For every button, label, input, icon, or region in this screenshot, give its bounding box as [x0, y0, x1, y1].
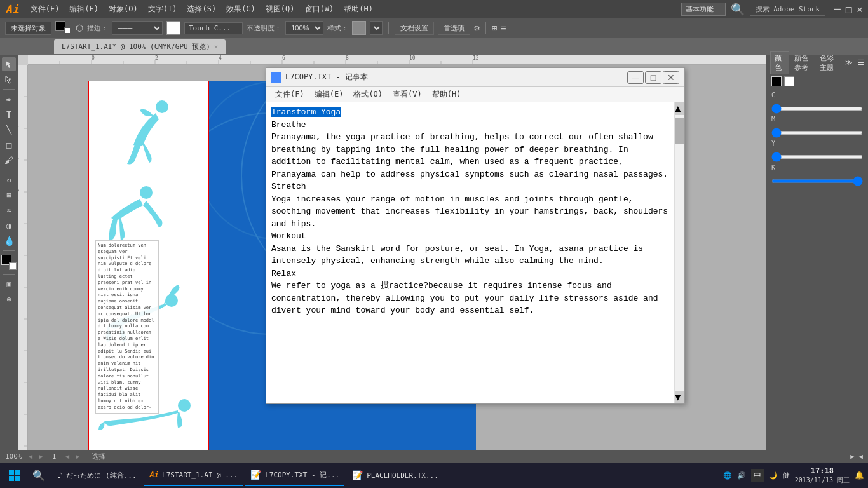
notepad-menu-format[interactable]: 格式(O): [348, 88, 388, 101]
opacity-select[interactable]: 100%: [285, 21, 323, 35]
notepad-menu-file[interactable]: 文件(F): [270, 88, 309, 101]
style-select[interactable]: ▼: [370, 21, 383, 35]
volume-icon: 🔊: [737, 471, 746, 480]
touch-dropdown[interactable]: Touch C...: [184, 22, 243, 34]
notepad-app-icon: [271, 72, 281, 83]
line-tool[interactable]: ╲: [2, 123, 16, 137]
stroke-fill-swatch[interactable]: [55, 21, 72, 35]
taskbar-music-app[interactable]: ♪ だっために (纯音...: [52, 464, 142, 486]
taskbar-placeholder-label: PLACEHOLDER.TX...: [367, 471, 438, 480]
artboard-prev[interactable]: ◀: [65, 452, 69, 461]
black-slider[interactable]: [771, 179, 863, 183]
notepad-content-area[interactable]: Transform Yoga Breathe Pranayama, the yo…: [266, 102, 674, 403]
menu-help[interactable]: 帮助(H): [339, 1, 378, 17]
cmyk-mode-label: C: [771, 92, 863, 98]
fill-swatch[interactable]: [166, 21, 180, 35]
right-panel-options-icon[interactable]: ☰: [858, 58, 864, 67]
zoom-arrow-left[interactable]: ◀: [29, 452, 33, 461]
zoom-arrow-right[interactable]: ▶: [39, 452, 43, 461]
color-ref-tab[interactable]: 颜色参考: [794, 53, 815, 72]
artboard-next[interactable]: ▶: [76, 452, 80, 461]
brush-tool[interactable]: 🖌: [2, 153, 16, 167]
taskbar-search-button[interactable]: 🔍: [28, 464, 50, 486]
rotate-tool[interactable]: ↻: [2, 173, 16, 187]
warp-tool[interactable]: ≈: [2, 203, 16, 217]
menu-text[interactable]: 文字(T): [143, 1, 182, 17]
menu-edit[interactable]: 编辑(E): [64, 1, 104, 17]
yellow-slider[interactable]: [771, 155, 863, 159]
fill-color-swatch-panel[interactable]: [771, 76, 782, 86]
stroke-color-swatch-panel[interactable]: [784, 76, 794, 86]
basic-function-dropdown[interactable]: 基本功能: [681, 3, 726, 16]
direct-selection-tool[interactable]: [2, 72, 16, 86]
list-view-icon[interactable]: ≡: [501, 23, 506, 33]
windows-start-button[interactable]: [4, 464, 25, 486]
svg-text:4: 4: [18, 125, 20, 128]
relax-body: We refer to yoga as a 掼ractice?because i…: [271, 281, 658, 315]
notepad-menu-edit[interactable]: 编辑(E): [309, 88, 349, 101]
menu-effect[interactable]: 效果(C): [221, 1, 261, 17]
zoom-tool[interactable]: ⊕: [2, 292, 16, 306]
svg-rect-42: [9, 470, 14, 475]
notepad-close-button[interactable]: ✕: [663, 71, 679, 84]
screen-mode-normal[interactable]: ▣: [2, 277, 16, 291]
active-tab[interactable]: L7START_1.AI* @ 100% (CMYK/GPU 预览) ×: [54, 39, 226, 54]
menu-window[interactable]: 窗口(W): [300, 1, 339, 17]
menu-object[interactable]: 对象(O): [104, 1, 143, 17]
search-stock-input[interactable]: 搜索 Adobe Stock: [750, 3, 825, 16]
notepad-menubar: 文件(F) 编辑(E) 格式(O) 查看(V) 帮助(H): [266, 87, 684, 102]
notepad-minimize-button[interactable]: ─: [627, 71, 644, 84]
svg-text:8: 8: [346, 55, 349, 61]
status-right-arrows[interactable]: ▶ ◀: [850, 452, 863, 461]
menu-select[interactable]: 选择(S): [182, 1, 221, 17]
scrollbar-up-button[interactable]: ▲: [675, 102, 684, 115]
gradient-tool[interactable]: ◑: [2, 219, 16, 233]
svg-point-39: [140, 186, 153, 199]
window-close-icon[interactable]: ✕: [857, 3, 863, 15]
tab-close-button[interactable]: ×: [214, 43, 218, 50]
search-stock-icon: 🔍: [731, 3, 745, 16]
more-settings-icon[interactable]: ⚙: [474, 23, 479, 33]
notepad-scrollbar[interactable]: ▲ ▼: [674, 102, 684, 403]
notepad-menu-view[interactable]: 查看(V): [388, 88, 427, 101]
grid-view-icon[interactable]: ⊞: [492, 23, 497, 33]
pen-tool[interactable]: ✒: [2, 92, 16, 106]
window-minimize-icon[interactable]: ─: [834, 3, 841, 15]
taskbar-illustrator-app[interactable]: Ai L7START_1.AI @ ...: [144, 464, 243, 486]
cyan-slider[interactable]: [771, 107, 863, 111]
color-swatch[interactable]: [1, 255, 17, 270]
svg-text:12: 12: [473, 55, 479, 61]
taskbar-notepad-app[interactable]: 📝 L7COPY.TXT - 记...: [245, 464, 344, 486]
scale-tool[interactable]: ⊞: [2, 188, 16, 202]
eyedropper-tool[interactable]: 💧: [2, 234, 16, 248]
menu-file[interactable]: 文件(F): [25, 1, 65, 17]
breathe-heading: Breathe: [271, 120, 306, 130]
work-area: ✒ T ╲ □ 🖌 ↻ ⊞ ≈ ◑ 💧 ▣ ⊕ 0: [0, 55, 868, 450]
yoga-pose-1: [108, 94, 184, 170]
notepad-menu-help[interactable]: 帮助(H): [427, 88, 466, 101]
clock-display[interactable]: 17:18 2013/11/13 周三: [795, 466, 850, 485]
right-panel-menu-icon[interactable]: ≫: [845, 58, 853, 67]
preferences-button[interactable]: 首选项: [438, 22, 470, 35]
scrollbar-thumb[interactable]: [675, 118, 684, 144]
stroke-select[interactable]: ───: [112, 21, 163, 35]
canvas-area[interactable]: 0 2 4 6 8 10 12: [18, 55, 766, 450]
taskbar-placeholder-app[interactable]: 📝 PLACEHOLDER.TX...: [347, 464, 444, 486]
menu-view[interactable]: 视图(Q): [261, 1, 300, 17]
scrollbar-track[interactable]: [675, 115, 684, 391]
doc-settings-button[interactable]: 文档设置: [395, 22, 434, 35]
selection-tool[interactable]: [2, 57, 16, 71]
shape-tool[interactable]: □: [2, 138, 16, 152]
window-maximize-icon[interactable]: □: [846, 3, 852, 15]
notepad-maximize-button[interactable]: □: [645, 71, 661, 84]
style-swatch[interactable]: [352, 21, 366, 35]
ime-indicator[interactable]: 中: [751, 469, 764, 482]
scrollbar-down-button[interactable]: ▼: [675, 391, 684, 403]
notification-icon[interactable]: 🔔: [855, 471, 864, 480]
color-theme-tab[interactable]: 色彩主题: [820, 53, 840, 72]
svg-rect-45: [15, 476, 20, 481]
type-tool[interactable]: T: [2, 107, 16, 121]
svg-text:10: 10: [409, 55, 416, 61]
magenta-slider[interactable]: [771, 131, 863, 135]
magenta-label: M: [771, 116, 863, 123]
